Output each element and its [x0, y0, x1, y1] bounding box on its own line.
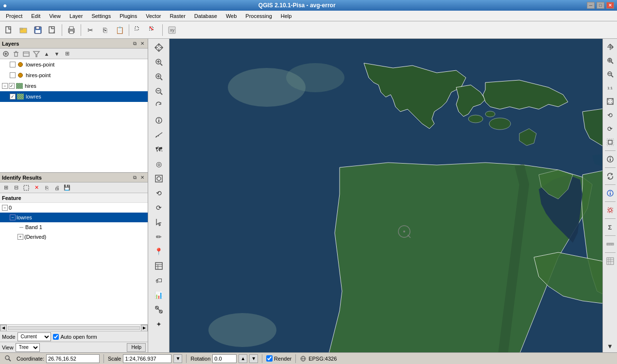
layer-check-hires-point[interactable]: [10, 72, 16, 78]
identify-float-btn[interactable]: ⧉: [131, 174, 138, 181]
tree-node-derived[interactable]: + (Derived): [0, 232, 148, 242]
expand-all-btn[interactable]: ⊞: [62, 50, 72, 58]
zoom-full-btn[interactable]: [152, 172, 166, 185]
menu-item-vector[interactable]: Vector: [142, 12, 165, 20]
collapse-tree-btn[interactable]: ⊟: [11, 183, 21, 192]
menu-item-web[interactable]: Web: [222, 12, 240, 20]
layers-close-btn[interactable]: ✕: [139, 40, 146, 47]
sigma-btn[interactable]: Σ: [604, 221, 617, 233]
measure-btn[interactable]: [152, 128, 166, 142]
scroll-right-btn[interactable]: ▶: [141, 325, 148, 331]
tree-expand-0[interactable]: −: [2, 205, 8, 211]
tree-expand-derived[interactable]: +: [17, 234, 23, 240]
mode-select[interactable]: Current Top down All: [17, 332, 51, 341]
identify-close-btn[interactable]: ✕: [139, 174, 146, 181]
identify-right-btn[interactable]: [604, 187, 617, 199]
layer-check-lowres-point[interactable]: [10, 62, 16, 67]
field-calc-btn[interactable]: xy: [165, 23, 179, 37]
layer-item-hires[interactable]: − ✓ hires: [0, 81, 148, 91]
pan-tool-btn[interactable]: [152, 41, 166, 54]
scale-dropdown-btn[interactable]: ▼: [173, 354, 182, 363]
select-feature-btn[interactable]: [21, 183, 31, 192]
zoom-prev-btn[interactable]: ⟲: [152, 186, 166, 200]
hires-expand-btn[interactable]: −: [2, 83, 8, 89]
maximize-button[interactable]: □: [597, 2, 604, 9]
menu-item-view[interactable]: View: [45, 12, 65, 20]
identify-hscrollbar[interactable]: ◀ ▶: [0, 324, 148, 331]
auto-open-checkbox[interactable]: [53, 334, 59, 340]
zoom-prev-right-btn[interactable]: ⟲: [604, 109, 617, 121]
zoom-next-right-btn[interactable]: ⟳: [604, 122, 617, 135]
menu-item-raster[interactable]: Raster: [166, 12, 189, 20]
advanced-btn[interactable]: ✦: [152, 317, 166, 331]
link-btn[interactable]: [152, 303, 166, 316]
refresh-right-btn[interactable]: [604, 170, 617, 182]
filter-btn[interactable]: [32, 50, 41, 58]
render-checkbox[interactable]: [266, 355, 273, 362]
digitize-btn[interactable]: 📍: [152, 245, 166, 258]
stats-btn[interactable]: 📊: [152, 288, 166, 302]
rotation-input[interactable]: [212, 354, 237, 363]
layer-check-lowres[interactable]: ✓: [10, 94, 16, 99]
overview-btn[interactable]: 🗺: [152, 143, 166, 156]
tree-node-0[interactable]: − 0: [0, 203, 148, 213]
rotation-spinner-up[interactable]: ▲: [239, 354, 247, 363]
view-select[interactable]: Tree Table: [16, 343, 40, 352]
copy-attrs-btn[interactable]: ⎘: [42, 183, 51, 192]
zoom-next-btn[interactable]: ⟳: [152, 201, 166, 215]
menu-item-database[interactable]: Database: [190, 12, 221, 20]
deselect-btn[interactable]: [146, 23, 160, 37]
coord-input[interactable]: [46, 354, 100, 363]
menu-item-project[interactable]: Project: [2, 12, 26, 20]
magnifier-btn[interactable]: ◎: [152, 157, 166, 171]
scroll-down-btn[interactable]: ▼: [604, 340, 617, 352]
grid-right-btn[interactable]: [604, 255, 617, 267]
tree-node-lowres[interactable]: − lowres: [0, 213, 148, 222]
zoom-in-right-btn[interactable]: [604, 54, 617, 67]
print-results-btn[interactable]: 🖨: [52, 183, 62, 192]
identify-btn[interactable]: [152, 114, 166, 127]
scale-input[interactable]: [123, 354, 171, 363]
edit-btn[interactable]: ✏: [152, 230, 166, 244]
open-btn[interactable]: [17, 23, 30, 37]
open-layer-btn[interactable]: [21, 50, 31, 58]
close-button[interactable]: ✕: [606, 2, 614, 9]
expand-tree-btn[interactable]: ⊞: [1, 183, 11, 192]
paste-btn[interactable]: 📋: [113, 23, 126, 37]
layer-item-hires-point[interactable]: hires-point: [0, 70, 148, 81]
save-as-btn[interactable]: +: [46, 23, 59, 37]
zoom-sel-right-btn[interactable]: [604, 136, 617, 149]
clear-results-btn[interactable]: ✕: [32, 183, 41, 192]
tree-expand-lowres[interactable]: −: [10, 215, 16, 220]
map-canvas-area[interactable]: [170, 39, 602, 352]
settings-right-btn[interactable]: [604, 204, 617, 216]
menu-item-layer[interactable]: Layer: [66, 12, 87, 20]
select-feature-tool-btn[interactable]: [152, 215, 166, 229]
minimize-button[interactable]: ─: [587, 2, 595, 9]
save-results-btn[interactable]: 💾: [62, 183, 72, 192]
move-down-btn[interactable]: ▼: [52, 50, 62, 58]
help-button[interactable]: Help: [127, 343, 146, 352]
info-right-btn[interactable]: [604, 153, 617, 165]
save-btn[interactable]: [31, 23, 45, 37]
copy-btn[interactable]: ⎘: [98, 23, 112, 37]
menu-item-settings[interactable]: Settings: [87, 12, 115, 20]
new-project-btn[interactable]: [2, 23, 16, 37]
add-layer-btn[interactable]: [1, 50, 11, 58]
layers-float-btn[interactable]: ⧉: [131, 40, 138, 47]
rotate-btn[interactable]: [152, 99, 166, 113]
attr-table-btn[interactable]: [152, 259, 166, 273]
zoom-full-right-btn[interactable]: [604, 95, 617, 108]
scroll-left-btn[interactable]: ◀: [0, 325, 7, 331]
move-up-btn[interactable]: ▲: [42, 50, 51, 58]
label-btn[interactable]: 🏷: [152, 274, 166, 287]
layer-check-hires[interactable]: ✓: [9, 83, 15, 89]
zoom-out-btn[interactable]: [152, 84, 166, 98]
menu-item-plugins[interactable]: Plugins: [116, 12, 141, 20]
layer-item-lowres[interactable]: ✓ lowres: [0, 91, 148, 102]
zoom-actual-right-btn[interactable]: 1:1: [604, 82, 617, 94]
menu-item-edit[interactable]: Edit: [27, 12, 44, 20]
tree-node-band1[interactable]: Band 1: [0, 222, 148, 232]
print-btn[interactable]: [65, 23, 78, 37]
rotation-spinner-down[interactable]: ▼: [249, 354, 258, 363]
